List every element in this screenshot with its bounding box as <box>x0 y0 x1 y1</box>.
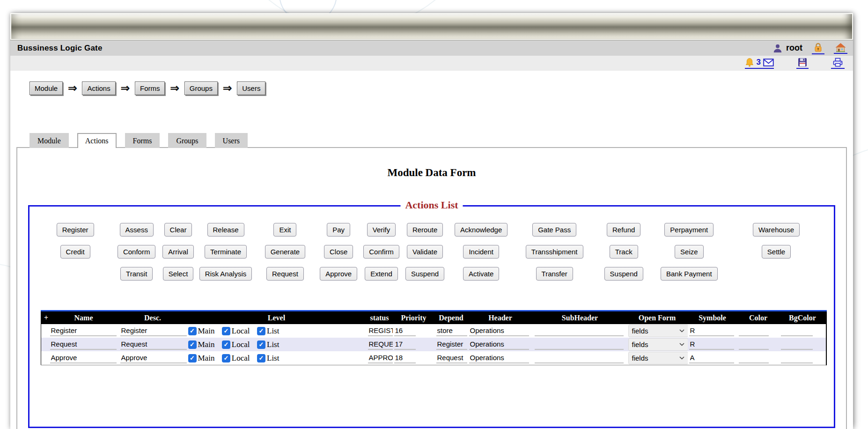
action-button-acknowledge[interactable]: Acknowledge <box>455 223 508 237</box>
checkbox-main[interactable]: ✓ <box>188 354 197 362</box>
lock-link[interactable] <box>812 42 824 54</box>
action-button-verify[interactable]: Verify <box>367 223 396 237</box>
action-button-register[interactable]: Register <box>57 223 94 237</box>
header-input[interactable] <box>469 339 529 350</box>
action-button-suspend-2[interactable]: Suspend <box>604 267 643 281</box>
name-input[interactable] <box>50 325 117 336</box>
symbole-input[interactable] <box>689 339 734 350</box>
symbole-input[interactable] <box>689 325 734 336</box>
action-button-track[interactable]: Track <box>610 245 638 259</box>
symbole-input[interactable] <box>689 353 734 363</box>
bgcolor-input[interactable] <box>781 339 813 350</box>
action-button-clear[interactable]: Clear <box>164 223 192 237</box>
breadcrumb-item-module[interactable]: Module <box>29 81 63 95</box>
open-form-select[interactable]: fields <box>628 338 688 351</box>
checkbox-main[interactable]: ✓ <box>188 340 197 349</box>
action-button-validate[interactable]: Validate <box>407 245 443 259</box>
action-button-assess[interactable]: Assess <box>120 223 154 237</box>
priority-input[interactable] <box>394 339 416 350</box>
bgcolor-input[interactable] <box>781 353 813 363</box>
action-button-seize[interactable]: Seize <box>675 245 704 259</box>
notifications-link[interactable]: 3 <box>745 58 774 69</box>
tab-groups[interactable]: Groups <box>168 133 206 148</box>
action-button-activate[interactable]: Activate <box>463 267 499 281</box>
chevron-down-icon <box>679 356 684 360</box>
depend-input[interactable] <box>436 339 467 350</box>
action-button-release[interactable]: Release <box>207 223 244 237</box>
add-row-button[interactable]: + <box>41 311 49 325</box>
name-input[interactable] <box>50 353 117 363</box>
checkbox-main[interactable]: ✓ <box>188 327 197 335</box>
action-button-terminate[interactable]: Terminate <box>205 245 247 259</box>
action-button-request[interactable]: Request <box>266 267 304 281</box>
action-button-refund[interactable]: Refund <box>607 223 640 237</box>
checkbox-local-label: Local <box>232 340 250 349</box>
home-link[interactable] <box>834 43 847 54</box>
checkbox-list[interactable]: ✓ <box>257 354 265 362</box>
save-link[interactable] <box>796 58 809 69</box>
name-input[interactable] <box>50 339 117 350</box>
color-input[interactable] <box>739 325 769 336</box>
header-input[interactable] <box>469 325 529 336</box>
open-form-select[interactable]: fields <box>628 352 688 364</box>
action-button-transfer[interactable]: Transfer <box>536 267 573 281</box>
priority-input[interactable] <box>394 325 416 336</box>
status-input[interactable] <box>368 325 393 336</box>
status-input[interactable] <box>368 353 393 363</box>
tab-forms[interactable]: Forms <box>125 133 160 148</box>
open-form-select[interactable]: fields <box>628 325 688 337</box>
header-cell-header: Header <box>468 311 533 325</box>
checkbox-list[interactable]: ✓ <box>257 340 265 349</box>
action-button-select[interactable]: Select <box>163 267 194 281</box>
tab-actions[interactable]: Actions <box>77 133 117 148</box>
action-button-transshipment[interactable]: Transshipment <box>526 245 583 259</box>
action-button-credit[interactable]: Credit <box>60 245 90 259</box>
status-input[interactable] <box>368 339 393 350</box>
header-cell-desc: Desc. <box>119 311 187 325</box>
breadcrumb-item-groups[interactable]: Groups <box>184 81 218 95</box>
action-button-pay[interactable]: Pay <box>327 223 350 237</box>
depend-input[interactable] <box>436 325 467 336</box>
action-button-close[interactable]: Close <box>324 245 353 259</box>
subheader-input[interactable] <box>535 325 624 336</box>
checkbox-local[interactable]: ✓ <box>222 327 230 335</box>
desc-input[interactable] <box>120 325 187 336</box>
action-button-extend[interactable]: Extend <box>365 267 398 281</box>
subheader-input[interactable] <box>535 339 624 350</box>
bgcolor-input[interactable] <box>781 325 813 336</box>
action-button-arrival[interactable]: Arrival <box>162 245 194 259</box>
action-button-incident[interactable]: Incident <box>463 245 499 259</box>
tab-module[interactable]: Module <box>29 133 69 148</box>
action-button-reroute[interactable]: Reroute <box>407 223 443 237</box>
chevron-down-icon <box>679 343 684 346</box>
action-button-exit[interactable]: Exit <box>273 223 296 237</box>
checkbox-list[interactable]: ✓ <box>257 327 265 335</box>
priority-input[interactable] <box>394 353 416 363</box>
action-button-perpayment[interactable]: Perpayment <box>664 223 714 237</box>
print-link[interactable] <box>831 58 845 69</box>
breadcrumb-item-forms[interactable]: Forms <box>135 81 165 95</box>
checkbox-local[interactable]: ✓ <box>222 340 230 349</box>
color-input[interactable] <box>739 339 769 350</box>
color-input[interactable] <box>739 353 769 363</box>
action-button-generate[interactable]: Generate <box>265 245 306 259</box>
subheader-input[interactable] <box>535 353 624 363</box>
tab-users[interactable]: Users <box>215 133 248 148</box>
action-button-bank-payment[interactable]: Bank Payment <box>661 267 718 281</box>
breadcrumb-item-users[interactable]: Users <box>237 81 265 95</box>
checkbox-local[interactable]: ✓ <box>222 354 230 362</box>
desc-input[interactable] <box>120 353 187 363</box>
action-button-approve[interactable]: Approve <box>320 267 357 281</box>
header-input[interactable] <box>469 353 529 363</box>
action-button-risk-analysis[interactable]: Risk Analysis <box>199 267 252 281</box>
action-button-suspend[interactable]: Suspend <box>405 267 444 281</box>
action-button-gate-pass[interactable]: Gate Pass <box>532 223 576 237</box>
action-button-conform[interactable]: Conform <box>118 245 156 259</box>
action-button-confirm[interactable]: Confirm <box>363 245 399 259</box>
desc-input[interactable] <box>120 339 187 350</box>
breadcrumb-item-actions[interactable]: Actions <box>82 81 115 95</box>
action-button-warehouse[interactable]: Warehouse <box>753 223 800 237</box>
action-button-settle[interactable]: Settle <box>762 245 791 259</box>
action-button-transit[interactable]: Transit <box>120 267 153 281</box>
depend-input[interactable] <box>436 353 467 363</box>
